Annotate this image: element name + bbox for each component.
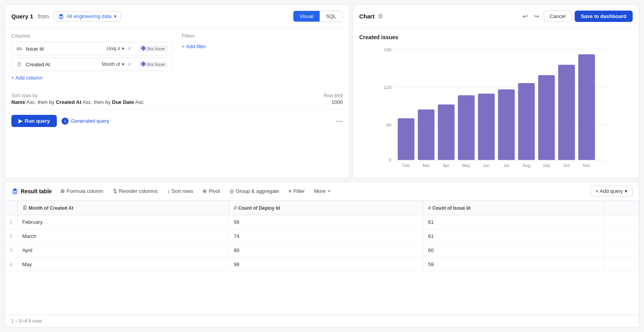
row-limit-value: 1000 (324, 99, 343, 105)
remove-column-created-at[interactable]: ✕ (127, 61, 132, 67)
reorder-icon: ⇅ (113, 188, 117, 194)
table-row: 2 March 74 61 (5, 229, 639, 243)
row-number: 2 (5, 229, 17, 243)
chart-panel: Chart ⚙ ↩ ↪ Cancel Save to dashboard Cre… (353, 5, 639, 178)
svg-text:Feb: Feb (402, 163, 409, 168)
filter-icon: ≡ (288, 188, 291, 194)
svg-rect-12 (438, 104, 455, 160)
cell-empty (605, 215, 639, 229)
sort-rows-button[interactable]: ↕ Sort rows (163, 186, 197, 196)
svg-text:Jun: Jun (483, 163, 490, 168)
add-filter-button[interactable]: + Add filter (182, 42, 343, 51)
query-header: Query 1 from All engineering data ▾ Visu… (5, 5, 349, 28)
row-limit-label: Row limit (324, 93, 343, 98)
reorder-columns-button[interactable]: ⇅ Reorder columns (109, 186, 162, 196)
sort-icon: ↕ (167, 188, 170, 194)
generated-query-toggle[interactable]: i Generated query (62, 118, 109, 125)
svg-rect-22 (538, 75, 555, 160)
svg-text:Oct: Oct (563, 163, 570, 168)
column-name-created-at: Created At (26, 62, 99, 67)
info-icon: i (62, 118, 69, 125)
play-icon: ▶ (18, 118, 22, 124)
svg-text:May: May (462, 163, 470, 168)
row-number: 4 (5, 258, 17, 272)
add-query-button[interactable]: + Add query ▾ (590, 186, 633, 196)
filters-label: Filters (182, 33, 343, 39)
cell-issue-count: 61 (423, 215, 605, 229)
chart-subtitle: Created issues (359, 34, 633, 40)
more-button[interactable]: More + (310, 186, 335, 196)
chart-title: Chart (359, 13, 374, 20)
cell-empty (605, 243, 639, 258)
cell-deploy-count: 56 (229, 215, 423, 229)
row-number: 3 (5, 243, 17, 258)
col-header-empty (605, 201, 639, 215)
cell-deploy-count: 80 (229, 243, 423, 258)
column-row-created-at: 🗓 Created At Month of ▾ ✕ Jira Issue (11, 58, 172, 71)
datasource-button[interactable]: All engineering data ▾ (54, 11, 121, 22)
ab-icon: Ab (16, 45, 23, 52)
svg-text:Mar: Mar (423, 163, 430, 168)
visual-view-button[interactable]: Visual (293, 11, 320, 22)
chevron-down-icon-2: ▾ (122, 62, 124, 67)
cell-month: February (17, 215, 229, 229)
cell-empty (605, 229, 639, 243)
cell-month: April (17, 243, 229, 258)
sort-rows-label: Sort rows by (11, 93, 144, 98)
hash-icon-col-2: # (428, 205, 431, 211)
svg-text:Sep: Sep (543, 163, 550, 168)
result-table-wrapper: 🗓 Month of Created At # Count of Deploy … (5, 201, 639, 315)
sort-section: Sort rows by Name Asc, then by Created A… (5, 88, 349, 110)
result-table-title: Result table (11, 188, 52, 195)
column-type-select-issue-id[interactable]: Uniq # ▾ (107, 46, 124, 51)
collapse-icon[interactable]: — (336, 117, 343, 125)
col-header-month-created-at: 🗓 Month of Created At (17, 201, 229, 215)
add-column-button[interactable]: + Add column (11, 73, 172, 82)
undo-button[interactable]: ↩ (521, 11, 529, 22)
view-toggle: Visual SQL (293, 11, 343, 22)
svg-text:Aug: Aug (523, 163, 530, 168)
jira-issue-tag-1: Jira Issue (138, 45, 168, 52)
column-type-select-created-at[interactable]: Month of ▾ (102, 62, 124, 67)
row-number-header (5, 201, 17, 215)
cell-empty (605, 258, 639, 272)
group-aggregate-button[interactable]: ◎ Group & aggregate (226, 186, 283, 196)
table-footer: 1 – 8 of 8 rows (5, 315, 639, 327)
sql-view-button[interactable]: SQL (320, 11, 342, 22)
formula-column-button[interactable]: ⊞ Formula column (56, 186, 107, 196)
query-title: Query 1 (11, 13, 33, 20)
row-number: 1 (5, 215, 17, 229)
plus-icon: + (328, 188, 331, 194)
cell-month: May (17, 258, 229, 272)
datasource-name: All engineering data (67, 13, 112, 19)
cell-issue-count: 60 (423, 243, 605, 258)
remove-column-issue-id[interactable]: ✕ (127, 45, 132, 52)
cell-deploy-count: 74 (229, 229, 423, 243)
query-from-label: from (38, 13, 49, 20)
gear-icon[interactable]: ⚙ (378, 13, 383, 20)
cancel-button[interactable]: Cancel (544, 11, 571, 22)
sort-rows-value: Name Asc, then by Created At Asc, then b… (11, 99, 144, 105)
columns-section: Columns Ab Issue Id Uniq # ▾ ✕ Jira Issu… (11, 33, 172, 82)
chevron-down-icon-query: ▾ (625, 188, 628, 194)
columns-label: Columns (11, 33, 172, 39)
jira-issue-tag-2: Jira Issue (138, 61, 168, 67)
chart-body: Created issues 180 120 60 0 (353, 28, 639, 178)
hash-icon-col-1: # (234, 205, 237, 211)
run-bar: ▶ Run query i Generated query — (5, 110, 349, 132)
table-row: 3 April 80 60 (5, 243, 639, 258)
svg-rect-10 (418, 109, 435, 160)
chart-actions: ↩ ↪ Cancel Save to dashboard (521, 11, 633, 22)
filter-button[interactable]: ≡ Filter (284, 186, 308, 196)
filters-section: Filters + Add filter (182, 33, 343, 82)
cell-month: March (17, 229, 229, 243)
run-query-button[interactable]: ▶ Run query (11, 115, 57, 127)
aggregate-icon: ◎ (230, 188, 234, 194)
svg-rect-14 (458, 95, 475, 160)
save-dashboard-button[interactable]: Save to dashboard (575, 11, 633, 22)
chart-header: Chart ⚙ ↩ ↪ Cancel Save to dashboard (353, 5, 639, 28)
svg-rect-18 (498, 89, 515, 160)
col-header-count-issue-id: # Count of Issue Id (423, 201, 605, 215)
redo-button[interactable]: ↪ (532, 11, 541, 22)
pivot-button[interactable]: ⊕ Pivot (199, 186, 224, 196)
